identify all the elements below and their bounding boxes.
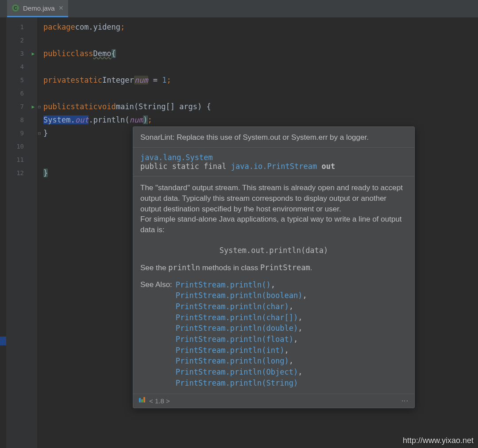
gutter-line: 5	[6, 73, 37, 87]
code-line: public class Demo {	[43, 47, 478, 60]
see-also-link[interactable]: PrintStream.println(double)	[176, 324, 298, 333]
left-ruler	[0, 18, 6, 448]
gutter-line: 9⊟	[6, 126, 37, 140]
code-line	[43, 87, 478, 100]
tab-label: Demo.java	[23, 4, 55, 12]
code-line: System.out.println(num);	[43, 113, 478, 126]
gutter-line: 6	[6, 87, 37, 100]
doc-footer: < 1.8 > ⋮	[133, 394, 414, 408]
gutter-line: 11	[6, 153, 37, 166]
gutter-line: 12	[6, 166, 37, 180]
gutter-line: 10	[6, 140, 37, 153]
see-also-links: PrintStream.println(),PrintStream.printl…	[176, 280, 307, 388]
see-also-label: See Also:	[140, 280, 176, 388]
see-also-link[interactable]: PrintStream.println(boolean)	[176, 291, 303, 300]
code-line	[43, 34, 478, 47]
run-gutter-icon[interactable]: ▶	[31, 51, 35, 57]
see-also-link[interactable]: PrintStream.println(Object)	[176, 368, 298, 376]
see-also-link[interactable]: PrintStream.println(int)	[176, 346, 285, 355]
bookmark-marker[interactable]	[0, 337, 6, 345]
watermark-text: http://www.yixao.net	[403, 436, 474, 445]
gutter-line: 1	[6, 20, 37, 34]
doc-code-sample: System.out.println(data)	[133, 240, 414, 263]
see-also-block: See Also: PrintStream.println(),PrintStr…	[133, 278, 414, 394]
gutter-line: 4	[6, 60, 37, 73]
code-line: public static void main(String[] args) {	[43, 100, 478, 113]
doc-see: See the println methods in class PrintSt…	[133, 263, 414, 278]
lint-message: SonarLint: Replace this use of System.ou…	[133, 127, 414, 148]
code-line: private static Integer num = 1;	[43, 73, 478, 87]
doc-body: The "standard" output stream. This strea…	[133, 176, 414, 240]
run-gutter-icon[interactable]: ▶	[31, 104, 35, 110]
gutter: 1 2 3▶ 4 5 6 7▶⊟ 8 9⊟ 10 11 12	[6, 18, 37, 448]
see-also-link[interactable]: PrintStream.println(char[])	[176, 313, 298, 322]
more-icon[interactable]: ⋮	[401, 398, 409, 405]
see-also-link[interactable]: PrintStream.println(char)	[176, 302, 289, 311]
code-line: package com.yideng;	[43, 20, 478, 34]
tab-bar: C Demo.java ✕	[0, 0, 478, 18]
see-also-link[interactable]: PrintStream.println()	[176, 280, 271, 289]
java-class-icon: C	[12, 4, 19, 12]
module-icon	[139, 397, 146, 405]
gutter-line: 3▶	[6, 47, 37, 60]
svg-rect-2	[139, 398, 141, 402]
see-also-link[interactable]: PrintStream.println(String)	[176, 379, 298, 387]
tab-demo-java[interactable]: C Demo.java ✕	[7, 0, 68, 17]
gutter-line: 8	[6, 113, 37, 126]
see-also-link[interactable]: PrintStream.println(long)	[176, 356, 289, 365]
signature-block: java.lang.System public static final jav…	[133, 148, 414, 176]
svg-rect-4	[143, 397, 145, 402]
gutter-line: 2	[6, 34, 37, 47]
language-level[interactable]: < 1.8 >	[149, 397, 170, 405]
quickdoc-popup[interactable]: SonarLint: Replace this use of System.ou…	[133, 126, 415, 408]
see-also-link[interactable]: PrintStream.println(float)	[176, 335, 293, 344]
svg-rect-3	[141, 399, 143, 402]
code-line	[43, 60, 478, 73]
close-icon[interactable]: ✕	[58, 4, 64, 11]
gutter-line: 7▶⊟	[6, 100, 37, 113]
svg-text:C: C	[14, 5, 17, 11]
